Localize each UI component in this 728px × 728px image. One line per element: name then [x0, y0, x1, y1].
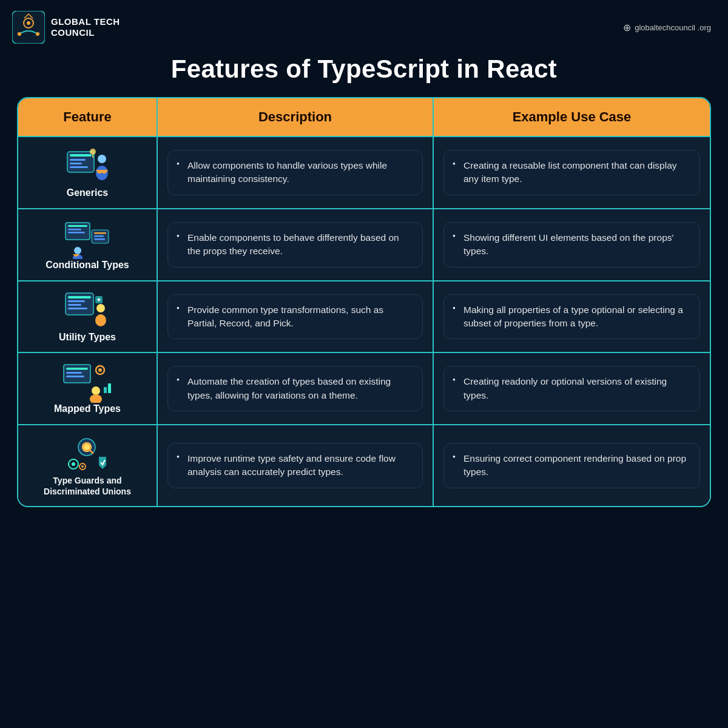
svg-point-49 — [72, 462, 75, 466]
table-row: Type Guards and Discriminated Unions Imp… — [18, 424, 710, 505]
svg-marker-52 — [99, 457, 106, 469]
feature-label-generics: Generics — [67, 187, 108, 200]
svg-rect-24 — [68, 296, 91, 298]
svg-rect-6 — [70, 154, 92, 157]
svg-rect-15 — [68, 229, 81, 231]
svg-rect-8 — [70, 163, 82, 164]
svg-point-29 — [95, 314, 106, 326]
example-cell-generics: Creating a reusable list component that … — [434, 137, 710, 208]
svg-rect-25 — [68, 300, 85, 302]
globe-icon: ⊕ — [623, 22, 631, 33]
svg-rect-35 — [66, 368, 88, 370]
example-item-typeguards: Ensuring correct component rendering bas… — [453, 452, 691, 479]
example-card-utility: Making all properties of a type optional… — [443, 294, 700, 340]
svg-point-39 — [98, 368, 102, 372]
conditional-types-icon — [62, 218, 112, 259]
features-table: Feature Description Example Use Case — [17, 97, 711, 507]
svg-point-11 — [96, 166, 108, 180]
svg-rect-9 — [70, 166, 88, 168]
table-body: Generics Allow components to handle vari… — [18, 136, 710, 506]
desc-card-typeguards: Improve runtime type safety and ensure c… — [167, 443, 423, 488]
desc-cell-mapped: Automate the creation of types based on … — [158, 353, 434, 424]
example-card-conditional: Showing different UI elements based on t… — [443, 222, 700, 268]
svg-rect-43 — [108, 383, 111, 393]
logo-icon — [12, 11, 45, 44]
svg-rect-30 — [96, 317, 106, 319]
example-item-mapped: Creating readonly or optional versions o… — [453, 375, 691, 402]
desc-card-generics: Allow components to handle various types… — [167, 150, 423, 195]
svg-point-12 — [90, 149, 96, 155]
feature-label-conditional: Conditional Types — [46, 259, 129, 272]
svg-point-4 — [36, 32, 39, 36]
example-cell-utility: Making all properties of a type optional… — [434, 281, 710, 352]
svg-point-51 — [81, 465, 84, 468]
example-item-generics: Creating a reusable list component that … — [453, 159, 691, 186]
table-row: Utility Types Provide common type transf… — [18, 280, 710, 352]
feature-label-mapped: Mapped Types — [54, 403, 121, 416]
logo-text: GLOBAL TECH COUNCIL — [51, 16, 120, 38]
example-cell-typeguards: Ensuring correct component rendering bas… — [434, 425, 710, 505]
svg-point-2 — [27, 21, 30, 25]
svg-rect-18 — [94, 232, 106, 234]
table-row: Conditional Types Enable components to b… — [18, 208, 710, 280]
feature-cell-generics: Generics — [18, 137, 158, 208]
desc-cell-conditional: Enable components to behave differently … — [158, 209, 434, 280]
desc-item-typeguards: Improve runtime type safety and ensure c… — [177, 452, 414, 479]
desc-item-utility: Provide common type transformations, suc… — [177, 303, 414, 331]
svg-rect-37 — [66, 376, 84, 377]
desc-card-utility: Provide common type transformations, suc… — [167, 294, 423, 340]
table-header: Feature Description Example Use Case — [18, 98, 710, 136]
feature-label-utility: Utility Types — [59, 331, 116, 344]
col-example: Example Use Case — [434, 98, 710, 136]
svg-point-3 — [18, 32, 21, 36]
desc-card-conditional: Enable components to behave differently … — [167, 222, 423, 268]
feature-label-typeguards: Type Guards and Discriminated Unions — [28, 475, 147, 497]
logo-area: GLOBAL TECH COUNCIL — [12, 11, 120, 44]
utility-types-icon — [62, 290, 112, 331]
desc-item-mapped: Automate the creation of types based on … — [177, 375, 414, 402]
feature-cell-conditional: Conditional Types — [18, 209, 158, 280]
example-card-typeguards: Ensuring correct component rendering bas… — [443, 443, 700, 488]
desc-cell-generics: Allow components to handle various types… — [158, 137, 434, 208]
type-guards-icon — [62, 434, 112, 475]
svg-rect-14 — [68, 225, 87, 227]
example-item-utility: Making all properties of a type optional… — [453, 303, 691, 331]
feature-cell-typeguards: Type Guards and Discriminated Unions — [18, 425, 158, 505]
example-item-conditional: Showing different UI elements based on t… — [453, 231, 691, 258]
svg-rect-7 — [70, 159, 86, 161]
page-title: Features of TypeScript in React — [0, 55, 728, 84]
svg-point-10 — [98, 155, 106, 163]
desc-item-generics: Allow components to handle various types… — [177, 159, 414, 186]
website-badge: ⊕ globaltechcouncil .org — [623, 22, 711, 33]
desc-cell-typeguards: Improve runtime type safety and ensure c… — [158, 425, 434, 505]
example-card-mapped: Creating readonly or optional versions o… — [443, 366, 700, 411]
svg-rect-19 — [94, 235, 104, 237]
desc-card-mapped: Automate the creation of types based on … — [167, 366, 423, 411]
svg-rect-27 — [68, 308, 87, 309]
col-description: Description — [158, 98, 434, 136]
table-row: Generics Allow components to handle vari… — [18, 136, 710, 208]
svg-rect-20 — [94, 238, 105, 240]
mapped-types-icon — [62, 362, 112, 403]
svg-rect-16 — [68, 232, 85, 234]
svg-rect-26 — [68, 304, 81, 306]
generics-icon — [62, 146, 112, 187]
col-feature: Feature — [18, 98, 158, 136]
example-card-generics: Creating a reusable list component that … — [443, 150, 700, 195]
svg-point-40 — [92, 386, 100, 395]
svg-rect-42 — [104, 387, 107, 393]
example-cell-conditional: Showing different UI elements based on t… — [434, 209, 710, 280]
header: GLOBAL TECH COUNCIL ⊕ globaltechcouncil … — [0, 0, 728, 50]
desc-cell-utility: Provide common type transformations, suc… — [158, 281, 434, 352]
feature-cell-utility: Utility Types — [18, 281, 158, 352]
feature-cell-mapped: Mapped Types — [18, 353, 158, 424]
svg-point-21 — [74, 247, 81, 254]
desc-item-conditional: Enable components to behave differently … — [177, 231, 414, 258]
svg-rect-36 — [66, 372, 82, 374]
table-row: Mapped Types Automate the creation of ty… — [18, 352, 710, 424]
svg-point-28 — [96, 304, 105, 312]
svg-point-41 — [90, 394, 102, 403]
example-cell-mapped: Creating readonly or optional versions o… — [434, 353, 710, 424]
